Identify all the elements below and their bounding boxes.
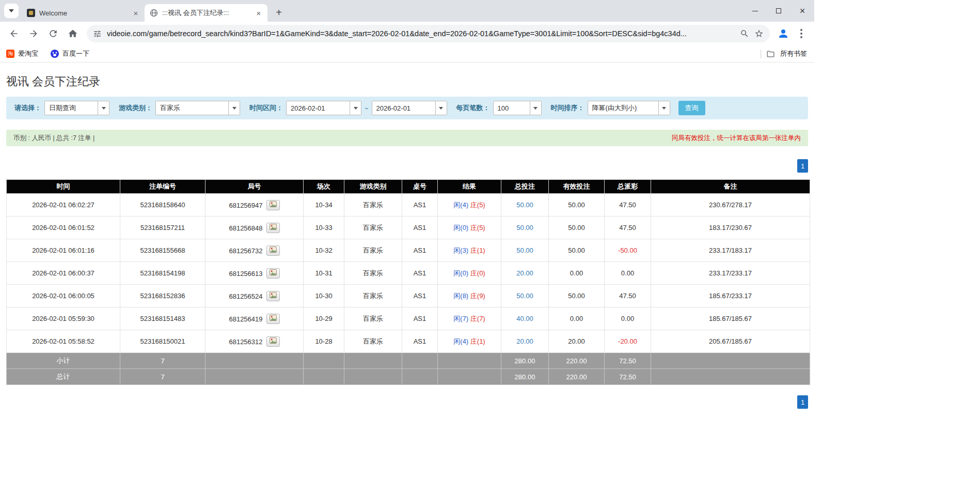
footer-cell [344, 369, 402, 385]
cell-round: 681256732 [206, 239, 304, 262]
tab-close-icon[interactable]: × [131, 8, 140, 18]
cell-result: 闲(3) 庄(1) [438, 239, 501, 262]
tab-strip: Welcome × :::视讯 会员下注纪录::: × + × [0, 0, 814, 22]
forward-button[interactable] [25, 25, 42, 42]
sort-select[interactable]: 降冪(由大到小) [588, 101, 670, 115]
total-bet-link[interactable]: 40.00 [516, 315, 533, 322]
result-banker: 庄(1) [470, 246, 485, 254]
nav-bar: videoie.com/game/betrecord_search/kind3?… [0, 22, 814, 45]
round-image-button[interactable] [266, 223, 280, 233]
result-player: 闲(8) [453, 292, 468, 300]
date-start-select[interactable]: 2026-02-01 [286, 101, 361, 115]
total-bet-link[interactable]: 50.00 [516, 292, 533, 300]
per-page-select[interactable]: 100 [493, 101, 542, 115]
column-header: 游戏类别 [344, 180, 402, 194]
payout-value: 0.00 [621, 315, 634, 322]
cell-note: 230.67/278.17 [651, 194, 810, 217]
cell-bet-id: 523168157211 [120, 217, 206, 239]
chevron-down-icon[interactable] [228, 101, 240, 115]
window-controls: × [743, 0, 814, 22]
chevron-down-icon[interactable] [98, 101, 109, 115]
total-bet-link[interactable]: 50.00 [516, 246, 533, 254]
total-bet-link[interactable]: 20.00 [516, 269, 533, 277]
pagination-page-1[interactable]: 1 [797, 159, 808, 173]
cell-payout: 47.50 [605, 217, 651, 239]
cell-table-no: AS1 [402, 262, 438, 285]
address-bar[interactable]: videoie.com/game/betrecord_search/kind3?… [87, 25, 770, 42]
back-button[interactable] [5, 25, 23, 42]
site-info-icon[interactable] [93, 29, 102, 38]
chevron-down-icon[interactable] [350, 101, 361, 115]
bookmark-baidu[interactable]: 百度一下 [51, 49, 89, 58]
round-image-button[interactable] [266, 200, 280, 210]
cell-total-bet: 50.00 [501, 194, 549, 217]
chevron-down-icon[interactable] [530, 101, 541, 115]
result-player: 闲(4) [453, 201, 468, 209]
chevron-down-icon[interactable] [435, 101, 447, 115]
pagination-page-1[interactable]: 1 [797, 395, 808, 409]
cell-result: 闲(0) 庄(0) [438, 262, 501, 285]
date-end-select[interactable]: 2026-02-01 [372, 101, 447, 115]
round-number: 681256419 [229, 315, 262, 322]
total-bet-link[interactable]: 20.00 [516, 337, 533, 345]
footer-cell [402, 369, 438, 385]
sort-label: 时间排序： [551, 103, 584, 113]
cell-time: 2026-02-01 06:01:52 [7, 217, 120, 239]
result-banker: 庄(0) [470, 269, 485, 277]
cell-table-no: AS1 [402, 217, 438, 239]
reload-button[interactable] [44, 25, 62, 42]
cell-game-type: 百家乐 [344, 262, 402, 285]
zoom-icon[interactable] [740, 29, 749, 38]
tab-welcome[interactable]: Welcome × [22, 4, 145, 22]
chevron-down-icon[interactable] [658, 101, 670, 115]
table-row: 2026-02-01 05:59:30523168151483681256419… [7, 307, 810, 330]
back-icon [9, 28, 19, 39]
cell-round: 681256613 [206, 262, 304, 285]
minimize-button[interactable] [743, 0, 767, 22]
photo-icon [270, 201, 277, 209]
bookmark-taobao[interactable]: 淘 爱淘宝 [6, 49, 38, 58]
cell-valid-bet: 50.00 [549, 239, 605, 262]
result-player: 闲(7) [453, 315, 468, 322]
cell-valid-bet: 0.00 [549, 307, 605, 330]
tab-betrecord[interactable]: :::视讯 会员下注纪录::: × [145, 4, 267, 22]
cell-valid-bet: 50.00 [549, 217, 605, 239]
footer-cell: 220.00 [549, 353, 605, 369]
round-image-button[interactable] [266, 314, 280, 324]
game-type-label: 游戏类别： [119, 103, 152, 113]
column-header: 局号 [206, 180, 304, 194]
maximize-icon [776, 8, 781, 13]
cell-game-type: 百家乐 [344, 217, 402, 239]
game-type-select[interactable]: 百家乐 [155, 101, 240, 115]
footer-cell: 72.50 [605, 369, 651, 385]
photo-icon [270, 315, 277, 322]
cell-session: 10-29 [304, 307, 344, 330]
all-bookmarks[interactable]: 所有书签 [761, 49, 807, 58]
browser-menu-button[interactable] [794, 25, 809, 42]
maximize-button[interactable] [767, 0, 791, 22]
total-bet-link[interactable]: 50.00 [516, 201, 533, 209]
total-bet-link[interactable]: 50.00 [516, 224, 533, 232]
round-image-button[interactable] [266, 245, 280, 256]
round-image-button[interactable] [266, 268, 280, 279]
profile-avatar[interactable] [775, 25, 792, 42]
cell-total-bet: 50.00 [501, 285, 549, 307]
round-image-button[interactable] [266, 291, 280, 301]
query-type-select[interactable]: 日期查询 [44, 101, 109, 115]
footer-cell: 小计 [7, 353, 120, 369]
cell-round: 681256419 [206, 307, 304, 330]
bookmark-star-icon[interactable] [754, 29, 764, 38]
result-banker: 庄(1) [470, 337, 485, 345]
round-image-button[interactable] [266, 336, 280, 347]
table-body: 2026-02-01 06:02:27523168158640681256947… [7, 194, 810, 385]
tab-search-button[interactable] [4, 4, 19, 18]
footer-cell [402, 353, 438, 369]
search-button[interactable]: 查询 [678, 101, 705, 115]
result-banker: 庄(5) [470, 224, 485, 232]
tab-close-icon[interactable]: × [254, 8, 263, 18]
cell-note: 185.67/233.17 [651, 285, 810, 307]
close-button[interactable]: × [791, 0, 814, 22]
home-button[interactable] [64, 25, 82, 42]
new-tab-button[interactable]: + [272, 5, 286, 20]
column-header: 时间 [7, 180, 120, 194]
